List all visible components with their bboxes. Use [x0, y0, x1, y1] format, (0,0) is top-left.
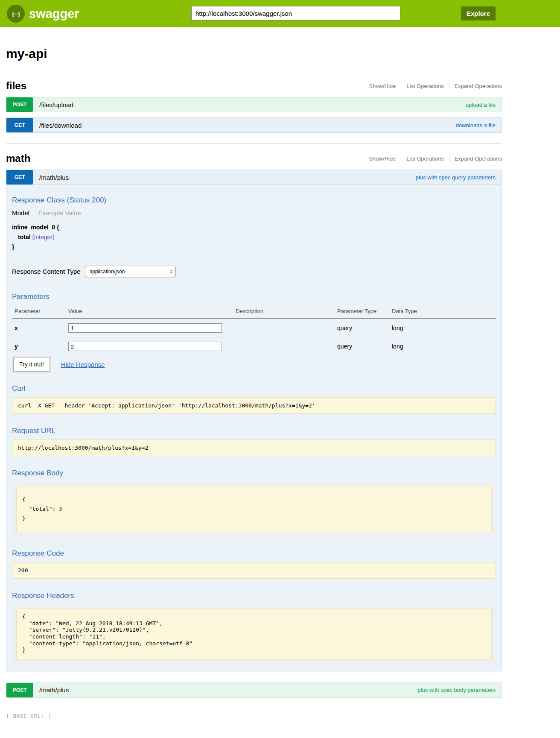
hide-response-link[interactable]: Hide Response — [61, 361, 105, 368]
operation-summary-link[interactable]: upload a file — [466, 102, 496, 108]
files-section-controls: Show/Hide List Operations Expand Operati… — [364, 83, 502, 89]
model-name: inline_model_0 { — [12, 224, 496, 231]
column-header: Data Type — [389, 305, 496, 319]
operation-summary-link[interactable]: plus with spec body parameters — [417, 687, 496, 693]
post-method-badge[interactable]: POST — [6, 97, 33, 112]
model-property: total (integer) — [18, 234, 496, 240]
response-headers-heading: Response Headers — [12, 592, 496, 600]
operation-summary-link[interactable]: plus with spec query parameters — [416, 174, 496, 181]
model-property-type: (integer) — [32, 234, 54, 240]
swagger-logo-icon: {···} — [7, 5, 25, 23]
expand-operations-link[interactable]: Expand Operations — [449, 83, 502, 89]
code-line: 200 — [18, 567, 28, 574]
code-line: "date": "Wed, 22 Aug 2018 18:49:13 GMT", — [22, 620, 163, 627]
code-line: } — [22, 515, 26, 521]
parameter-type: query — [335, 319, 389, 337]
parameter-row-x: x query long — [12, 319, 496, 337]
try-it-out-button[interactable]: Try it out! — [13, 357, 50, 372]
math-section-title[interactable]: math — [6, 152, 30, 164]
parameter-data-type: long — [389, 337, 496, 356]
operation-row-get-files-download[interactable]: GET /files/download downloads a file — [6, 117, 502, 133]
parameter-value-input-x[interactable] — [68, 323, 222, 333]
operation-path[interactable]: /files/upload — [39, 101, 73, 108]
code-line: "total": — [22, 506, 59, 512]
code-line: "content-length": "11", — [22, 633, 106, 640]
explore-button[interactable]: Explore — [461, 6, 496, 20]
operation-row-post-files-upload[interactable]: POST /files/upload upload a file — [6, 97, 502, 112]
code-line: } — [22, 647, 26, 653]
selected-content-type: application/json — [90, 269, 125, 275]
parameter-data-type: long — [389, 319, 496, 337]
response-body-json: { "total": 3 } — [16, 486, 492, 532]
column-header: Parameter — [12, 305, 66, 319]
spec-url-input[interactable] — [191, 6, 400, 20]
list-operations-link[interactable]: List Operations — [401, 83, 449, 89]
parameter-description — [233, 337, 335, 356]
files-section-header: files Show/Hide List Operations Expand O… — [6, 80, 502, 92]
response-content-type-select[interactable]: application/json ▲▼ — [85, 266, 176, 277]
parameter-description — [233, 319, 335, 337]
code-line: "server": "Jetty(9.2.21.v20170120)", — [22, 627, 149, 633]
show-hide-link[interactable]: Show/Hide — [364, 83, 401, 89]
parameters-header-row: Parameter Value Description Parameter Ty… — [12, 305, 496, 319]
curl-command: curl -X GET --header 'Accept: applicatio… — [12, 397, 496, 414]
tab-model[interactable]: Model — [12, 209, 34, 217]
tab-example-value[interactable]: Example Value — [34, 209, 81, 217]
math-section-controls: Show/Hide List Operations Expand Operati… — [364, 155, 502, 162]
show-hide-link[interactable]: Show/Hide — [364, 155, 401, 162]
request-url-heading: Request URL — [12, 427, 496, 435]
base-url-footer: [ BASE URL: ] — [6, 713, 502, 719]
list-operations-link[interactable]: List Operations — [401, 155, 449, 162]
operation-path[interactable]: /files/download — [39, 122, 82, 129]
parameters-heading: Parameters — [12, 293, 496, 301]
post-method-badge[interactable]: POST — [6, 683, 33, 697]
brand-name: swagger — [29, 7, 79, 21]
model-close-brace: } — [12, 243, 496, 250]
try-it-out-row: Try it out! Hide Response — [13, 357, 496, 372]
code-line: curl -X GET --header 'Accept: applicatio… — [18, 402, 315, 409]
response-content-type-label: Response Content Type — [12, 268, 81, 275]
parameters-table: Parameter Value Description Parameter Ty… — [12, 305, 496, 355]
operation-path[interactable]: /math/plus — [39, 174, 69, 181]
operation-summary-link[interactable]: downloads a file — [456, 122, 496, 129]
swagger-brand[interactable]: {···} swagger — [7, 5, 79, 23]
curl-heading: Curl — [12, 384, 496, 393]
get-method-badge[interactable]: GET — [6, 118, 33, 132]
code-line: { — [22, 613, 26, 620]
parameter-value-input-y[interactable] — [68, 342, 222, 351]
operation-row-get-math-plus[interactable]: GET /math/plus plus with spec query para… — [6, 170, 502, 185]
response-class-heading: Response Class (Status 200) — [12, 196, 496, 205]
response-content-type-row: Response Content Type application/json ▲… — [12, 266, 496, 277]
response-code-value: 200 — [12, 562, 496, 579]
select-arrows-icon: ▲▼ — [170, 269, 172, 274]
page-title: my-api — [6, 47, 502, 61]
parameter-name: y — [12, 337, 66, 356]
math-section-header: math Show/Hide List Operations Expand Op… — [6, 152, 502, 164]
operation-path[interactable]: /math/plus — [39, 686, 69, 694]
column-header: Parameter Type — [335, 305, 389, 319]
column-header: Description — [233, 305, 335, 319]
model-tabs: Model Example Value — [12, 209, 496, 217]
parameter-type: query — [335, 337, 389, 356]
code-line: { — [22, 496, 26, 503]
request-url-value: http://localhost:3000/math/plus?x=1&y=2 — [12, 439, 496, 456]
column-header: Value — [66, 305, 233, 319]
response-code-heading: Response Code — [12, 549, 496, 558]
model-signature: inline_model_0 { total (integer) } — [12, 224, 496, 250]
parameter-row-y: y query long — [12, 337, 496, 356]
main-content: my-api files Show/Hide List Operations E… — [6, 47, 502, 719]
header-bar: {···} swagger Explore — [0, 0, 560, 27]
code-line: "content-type": "application/json; chars… — [22, 640, 192, 647]
json-number-value: 3 — [59, 506, 62, 512]
get-method-badge[interactable]: GET — [6, 170, 33, 184]
response-body-heading: Response Body — [12, 469, 496, 477]
parameter-name: x — [12, 319, 66, 337]
code-line: http://localhost:3000/math/plus?x=1&y=2 — [18, 445, 148, 451]
response-body-container: { "total": 3 } — [12, 482, 496, 536]
files-section-title[interactable]: files — [6, 80, 26, 92]
operation-row-post-math-plus[interactable]: POST /math/plus plus with spec body para… — [6, 682, 502, 698]
section-divider — [6, 143, 502, 144]
operation-expanded-content: Response Class (Status 200) Model Exampl… — [6, 185, 502, 671]
response-headers-json: { "date": "Wed, 22 Aug 2018 18:49:13 GMT… — [16, 609, 492, 660]
expand-operations-link[interactable]: Expand Operations — [449, 155, 502, 162]
